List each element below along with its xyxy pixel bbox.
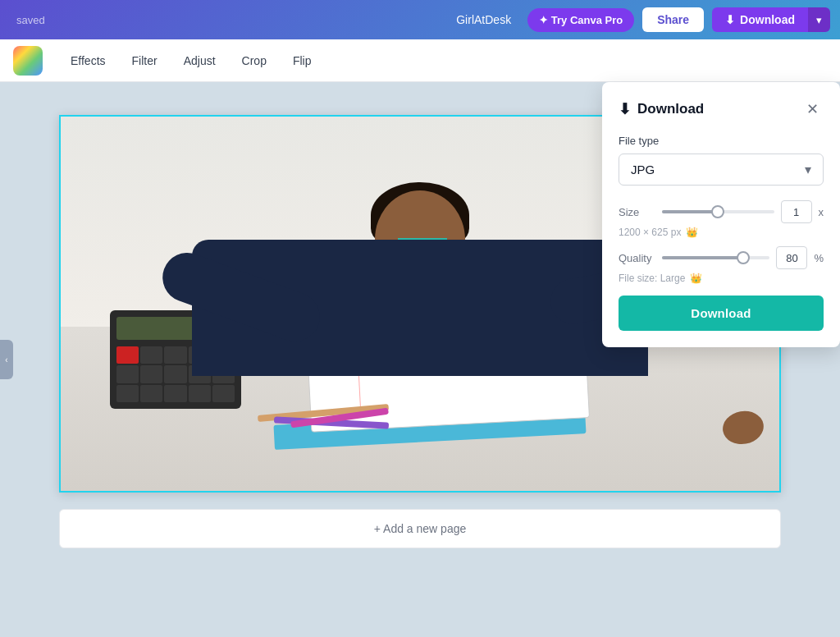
chevron-left-icon: ‹ [5,355,7,364]
crop-button[interactable]: Crop [231,49,278,72]
download-label: Download [740,13,795,26]
size-unit: x [819,206,824,218]
add-page-label: + Add a new page [374,522,467,535]
quality-value-box: 80 [776,246,807,269]
file-type-value: JPG [631,163,655,176]
quality-fill [662,256,743,259]
pencils-element [258,405,422,429]
panel-title-text: Download [637,101,704,117]
calc-key [164,385,186,402]
header-bar: saved GirlAtDesk ✦ Try Canva Pro Share ⬇… [0,0,840,39]
chevron-down-icon: ▾ [816,14,822,26]
calc-key [116,365,139,383]
effects-button[interactable]: Effects [59,49,117,72]
file-type-dropdown[interactable]: JPG ▾ [619,154,824,186]
calc-key [116,385,139,402]
size-value: 1 [793,206,799,218]
quality-thumb[interactable] [737,251,750,264]
download-main-button[interactable]: ⬇ Download [712,7,808,32]
size-crown-icon: 👑 [686,227,698,238]
quality-label: Quality [619,252,655,264]
size-value-box: 1 [781,200,812,223]
try-pro-button[interactable]: ✦ Try Canva Pro [527,8,634,32]
size-thumb[interactable] [711,205,724,218]
left-panel-toggle[interactable]: ‹ [0,340,13,379]
file-type-label: File type [619,135,824,147]
size-row-top: Size 1 x [619,200,824,223]
calc-key [116,346,139,364]
panel-download-icon: ⬇ [619,100,631,118]
size-slider[interactable] [662,204,774,220]
size-info: 1200 × 625 px 👑 [619,227,824,238]
size-track [662,210,774,213]
panel-header: ⬇ Download ✕ [619,99,824,120]
calc-key [212,385,235,402]
panel-close-button[interactable]: ✕ [801,99,824,120]
adjust-button[interactable]: Adjust [172,49,227,72]
calc-key [140,385,162,402]
download-button-group: ⬇ Download ▾ [712,7,830,32]
download-chevron-button[interactable]: ▾ [808,7,830,32]
share-button[interactable]: Share [642,7,704,32]
username-button[interactable]: GirlAtDesk [448,8,519,31]
file-size-label: File size: Large [619,273,685,284]
quality-unit: % [814,252,824,264]
quality-track [662,256,769,259]
saved-status: saved [16,14,45,26]
quality-value: 80 [786,252,797,264]
size-row: Size 1 x 1200 × 625 px 👑 [619,200,824,238]
flip-button[interactable]: Flip [281,49,323,72]
file-type-chevron-icon: ▾ [805,162,811,177]
size-label: Size [619,206,655,218]
main-area: ‹ [0,82,840,637]
quality-row-top: Quality 80 % [619,246,824,269]
download-panel-button[interactable]: Download [619,296,824,331]
size-dimensions: 1200 × 625 px [619,227,681,238]
add-page-bar[interactable]: + Add a new page [59,509,781,548]
panel-title: ⬇ Download [619,100,704,118]
quality-slider[interactable] [662,250,769,266]
download-icon: ⬇ [725,13,735,26]
quality-row: Quality 80 % File size: Large 👑 [619,246,824,284]
size-fill [662,210,718,213]
filter-button[interactable]: Filter [121,49,169,72]
canva-logo [13,46,43,76]
quality-info: File size: Large 👑 [619,273,824,284]
toolbar: Effects Filter Adjust Crop Flip [0,39,840,82]
quality-crown-icon: 👑 [690,273,702,284]
calc-key [189,385,211,402]
download-panel: ⬇ Download ✕ File type JPG ▾ Size 1 [602,82,840,347]
